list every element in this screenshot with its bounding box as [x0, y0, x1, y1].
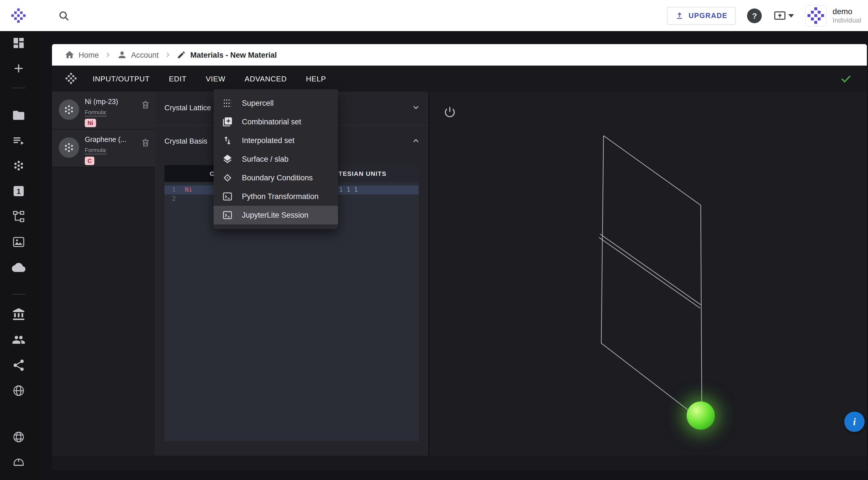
left-rail: 1 — [0, 31, 37, 480]
designer-logo-icon — [66, 73, 77, 84]
menu-help[interactable]: HELP — [306, 74, 326, 83]
card-footer-strip — [52, 456, 867, 470]
structure-viewer[interactable]: i — [428, 92, 867, 456]
menu-view[interactable]: VIEW — [206, 74, 225, 83]
advanced-dropdown-menu: Supercell Combinatorial set Interpolated… — [214, 89, 338, 229]
chevron-up-icon[interactable] — [411, 136, 421, 145]
menu-item-supercell[interactable]: Supercell — [214, 94, 338, 113]
team-icon[interactable] — [12, 333, 25, 347]
media-image-icon[interactable] — [12, 235, 25, 249]
menu-input-output[interactable]: INPUT/OUTPUT — [93, 74, 150, 83]
swap-vertical-icon — [221, 135, 233, 146]
material-avatar-icon — [59, 99, 79, 120]
atom-sphere[interactable] — [687, 401, 715, 430]
supercell-grid-icon — [221, 98, 233, 109]
svg-text:1: 1 — [17, 187, 21, 196]
material-title: Ni (mp-23) — [85, 97, 118, 106]
info-button[interactable]: i — [844, 412, 865, 432]
globe-icon[interactable] — [12, 384, 25, 397]
material-title: Graphene (... — [85, 135, 126, 144]
user-avatar[interactable] — [806, 5, 827, 26]
menu-edit[interactable]: EDIT — [169, 74, 186, 83]
diamond-icon — [221, 173, 233, 183]
edit-pencil-icon — [177, 50, 186, 59]
looks-one-icon[interactable]: 1 — [12, 184, 25, 198]
upgrade-label: UPGRADE — [689, 11, 727, 20]
brand-logo-icon[interactable] — [0, 8, 37, 23]
workflows-tree-icon[interactable] — [12, 210, 25, 223]
formula-label: Formula: — [85, 109, 107, 117]
rail-divider — [12, 88, 25, 88]
user-plan: Individual — [833, 16, 861, 25]
menu-item-python-transformation[interactable]: Python Transformation — [214, 187, 338, 206]
menu-item-surface-slab[interactable]: Surface / slab — [214, 150, 338, 169]
app-window: UPGRADE ? demo — [0, 0, 868, 480]
share-icon[interactable] — [12, 358, 25, 372]
formula-chip: C — [85, 157, 94, 165]
help-icon[interactable]: ? — [747, 8, 762, 23]
designer-menubar: INPUT/OUTPUT EDIT VIEW ADVANCED HELP — [52, 66, 867, 92]
bank-icon[interactable] — [12, 307, 25, 321]
combinatorial-add-icon — [221, 117, 233, 127]
menu-advanced[interactable]: ADVANCED — [245, 74, 287, 83]
add-icon[interactable] — [12, 62, 25, 75]
rail-divider — [12, 294, 25, 295]
terminal-icon — [221, 210, 233, 220]
layers-icon — [221, 154, 233, 164]
menu-item-combinatorial-set[interactable]: Combinatorial set — [214, 113, 338, 131]
jobs-list-icon[interactable] — [12, 134, 25, 148]
helmet-icon[interactable] — [12, 456, 25, 469]
menu-item-interpolated-set[interactable]: Interpolated set — [214, 131, 338, 150]
chevron-right-icon — [164, 51, 172, 59]
cloud-icon[interactable] — [12, 261, 25, 274]
workspace: Ni (mp-23) Formula: Ni — [52, 92, 867, 456]
upload-icon — [676, 11, 684, 20]
material-avatar-icon — [59, 138, 79, 158]
chevron-down-icon[interactable] — [411, 103, 421, 112]
user-name: demo — [833, 6, 861, 16]
delete-material-icon[interactable] — [141, 99, 150, 113]
unit-cell-wireframe — [430, 92, 867, 456]
dashboard-icon[interactable] — [12, 36, 25, 50]
materials-icon[interactable] — [12, 159, 25, 173]
terminal-icon — [221, 191, 233, 202]
element-token: Ni — [185, 185, 192, 194]
formula-label: Formula: — [85, 147, 107, 154]
breadcrumb-current: Materials - New Material — [177, 50, 277, 59]
environment-switch-icon[interactable] — [773, 9, 794, 22]
material-item-ni[interactable]: Ni (mp-23) Formula: Ni — [52, 92, 155, 129]
chevron-right-icon — [104, 51, 112, 59]
breadcrumb: Home Account Materials - New Material — [52, 44, 867, 66]
apply-check-icon[interactable] — [840, 72, 852, 85]
menu-item-jupyterlite-session[interactable]: JupyterLite Session — [214, 206, 338, 224]
materials-list: Ni (mp-23) Formula: Ni — [52, 92, 155, 456]
top-bar: UPGRADE ? demo — [0, 0, 868, 31]
user-menu[interactable]: demo Individual — [806, 5, 861, 26]
web-globe-icon[interactable] — [12, 430, 25, 444]
upgrade-button[interactable]: UPGRADE — [667, 6, 736, 25]
material-item-graphene[interactable]: Graphene (... Formula: C — [52, 129, 155, 167]
search-icon[interactable] — [58, 9, 70, 22]
delete-material-icon[interactable] — [141, 138, 150, 150]
main-card: Home Account Materials - New Material — [52, 44, 867, 470]
menu-item-boundary-conditions[interactable]: Boundary Conditions — [214, 169, 338, 187]
folder-icon[interactable] — [12, 109, 25, 122]
formula-chip: Ni — [85, 119, 96, 127]
coords-token: 1 1 1 — [339, 185, 358, 194]
breadcrumb-account[interactable]: Account — [117, 50, 159, 60]
breadcrumb-home[interactable]: Home — [64, 50, 99, 60]
